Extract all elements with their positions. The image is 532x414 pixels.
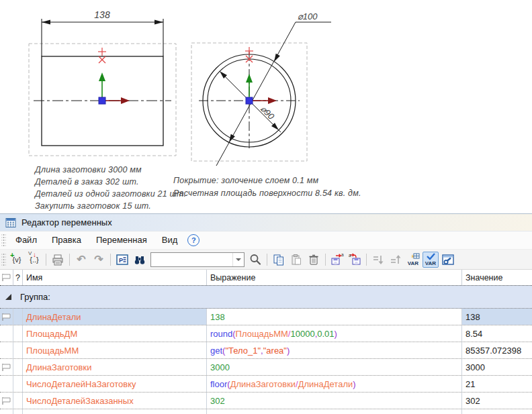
window-titlebar[interactable]: Редактор переменных [0,214,532,231]
row-value[interactable]: 138 [462,309,532,325]
expression-token: ) [287,346,290,356]
expression-token: ДлинаДетали [298,379,353,389]
table-row[interactable]: ЧислоДеталейНаЗаготовку floor(ДлинаЗагот… [0,376,532,393]
row-flag-cell[interactable] [0,393,13,409]
row-flag-cell[interactable] [0,342,13,358]
redo-button[interactable]: ↷ [91,252,107,268]
row-help-cell[interactable] [13,309,23,325]
row-name[interactable]: ДлинаДетали [23,309,207,325]
menu-edit[interactable]: Правка [44,231,89,249]
copy-button[interactable] [271,252,287,268]
annotation-left[interactable]: Длина заготовки 3000 мм Деталей в заказ … [35,164,186,212]
header-name[interactable]: Имя [23,270,207,285]
row-expression[interactable]: 138 [207,309,462,325]
variables-table-icon: ✳ VAR [406,252,420,267]
dimension-text-outer[interactable]: ⌀100 [298,11,318,21]
import-attributes-button[interactable]: a [347,252,363,268]
row-name[interactable]: ПлощадьММ [23,342,207,358]
row-help-cell[interactable] [13,376,23,392]
find-button[interactable] [132,252,148,268]
search-button[interactable] [247,252,263,268]
row-value[interactable]: 15 [462,409,532,414]
search-combobox-input[interactable] [151,254,232,265]
annotation-right[interactable]: Покрытие: золочение слоем 0.1 мм Расчетн… [173,174,361,200]
insert-variable-button[interactable]: ↓ V {..} [26,252,42,268]
add-variable-button[interactable]: + {v} [9,252,25,268]
header-help[interactable]: ? [13,270,23,285]
dimension-outer-diameter[interactable]: ⌀100 [216,11,331,166]
menu-variable[interactable]: Переменная [89,231,154,249]
move-down-button[interactable] [370,252,386,268]
expression-token: "Тело_1" [225,346,261,356]
row-value[interactable]: 302 [462,393,532,409]
row-flag-cell[interactable] [0,376,13,392]
menubar-grip[interactable] [1,234,6,246]
report-button[interactable]: P [114,252,130,268]
table-row[interactable]: ПлощадьДМ round(ПлощадьММ/10000,0.01) 8.… [0,325,532,342]
row-value[interactable]: 8.54 [462,325,532,342]
origin-triad-left[interactable] [99,72,130,104]
header-value[interactable]: Значение [462,270,532,285]
header-expression[interactable]: Выражение [207,270,462,285]
move-up-button[interactable] [388,252,404,268]
settings-button[interactable] [440,252,456,268]
row-expression[interactable]: 3000 [207,359,462,375]
row-value[interactable]: 85357.072398 [462,342,532,358]
variables-table: ? Имя Выражение Значение Группа: ДлинаДе… [0,270,532,414]
dimension-text-length[interactable]: 138 [94,9,110,20]
menu-file[interactable]: Файл [8,231,44,249]
check-variables-button[interactable]: VAR [423,252,439,268]
header-flag[interactable] [0,270,13,285]
row-expression[interactable]: 302 [207,393,462,409]
toolbar-separator [325,254,326,266]
row-expression[interactable]: round(ПлощадьММ/10000,0.01) [207,325,462,342]
table-row[interactable]: ПлощадьММ get("Тело_1","area") 85357.072… [0,342,532,359]
row-help-cell[interactable] [13,409,23,414]
origin-triad-right[interactable] [246,74,277,104]
row-help-cell[interactable] [13,359,23,375]
row-name[interactable]: ПлощадьДМ [23,325,207,342]
variables-table-button[interactable]: ✳ VAR [405,252,421,268]
row-flag-cell[interactable] [0,409,13,414]
expression-token: 10000 [290,329,314,339]
row-flag-cell[interactable] [0,325,13,342]
move-down-icon [371,253,385,266]
undo-button[interactable]: ↶ [73,252,89,268]
row-expression[interactable]: ceil(ЧислоДеталейЗаказанных / ЧислоДетал… [207,409,462,414]
export-attributes-button[interactable]: a [329,252,345,268]
dimension-text-inner[interactable]: ⌀90 [259,104,277,122]
toolbar-grip[interactable] [1,254,6,266]
collapse-triangle-icon[interactable] [5,294,11,300]
save-export-icon: a [330,253,345,266]
row-expression[interactable]: get("Тело_1","area") [207,342,462,358]
paste-button[interactable] [288,252,304,268]
menu-view[interactable]: Вид [154,231,185,249]
table-row[interactable]: ЧислоЗаготовокДляЗаказа ceil(ЧислоДетале… [0,409,532,414]
row-expression[interactable]: floor(ДлинаЗаготовки / ДлинаДетали) [207,376,462,392]
help-icon[interactable]: ? [187,234,200,246]
row-value[interactable]: 3000 [462,359,532,375]
group-row[interactable]: Группа: [0,285,532,309]
print-button[interactable] [50,252,66,268]
row-help-cell[interactable] [13,325,23,342]
ring-view[interactable]: ⌀100 ⌀90 [191,11,331,166]
expression-token: 0.01 [317,329,334,339]
search-combobox[interactable] [150,252,245,267]
row-name[interactable]: ДлинаЗаготовки [23,359,207,375]
table-row[interactable]: ДлинаДетали 138 138 [0,309,532,325]
combobox-dropdown-button[interactable] [232,253,244,266]
row-value[interactable]: 21 [462,376,532,392]
plate-view[interactable]: 138 [29,9,176,156]
table-row[interactable]: ДлинаЗаготовки 3000 3000 [0,359,532,376]
row-flag-cell[interactable] [0,309,13,325]
row-name[interactable]: ЧислоДеталейНаЗаготовку [23,376,207,392]
delete-button[interactable] [306,252,322,268]
drawing-area[interactable]: 138 [0,0,532,213]
row-help-cell[interactable] [13,393,23,409]
table-row[interactable]: ЧислоДеталейЗаказанных 302 302 [0,393,532,409]
row-name[interactable]: ЧислоЗаготовокДляЗаказа [23,409,207,414]
row-name[interactable]: ЧислоДеталейЗаказанных [23,393,207,409]
row-help-cell[interactable] [13,342,23,358]
expression-token: 302 [210,396,225,406]
row-flag-cell[interactable] [0,359,13,375]
